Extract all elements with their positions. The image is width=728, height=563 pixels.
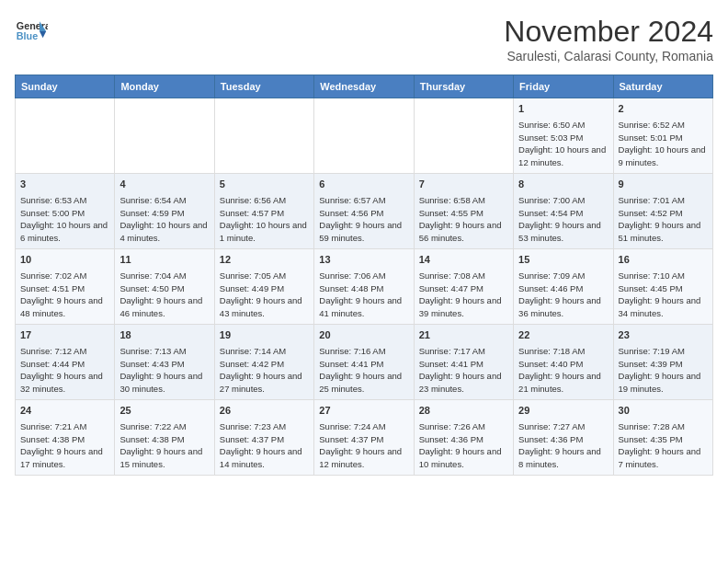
day-info: Daylight: 9 hours and 25 minutes.: [319, 370, 408, 396]
day-info: Sunset: 4:39 PM: [619, 358, 708, 371]
day-info: Sunrise: 7:06 AM: [319, 270, 408, 282]
calendar-week-row: 1Sunrise: 6:50 AMSunset: 5:03 PMDaylight…: [16, 98, 713, 174]
day-number: 23: [619, 328, 708, 343]
day-info: Sunset: 4:45 PM: [619, 282, 708, 295]
day-number: 17: [20, 328, 109, 343]
calendar-cell: 7Sunrise: 6:58 AMSunset: 4:55 PMDaylight…: [414, 174, 513, 249]
header-row: SundayMondayTuesdayWednesdayThursdayFrid…: [16, 75, 713, 98]
location-subtitle: Sarulesti, Calarasi County, Romania: [504, 49, 713, 63]
day-info: Sunrise: 6:52 AM: [619, 119, 708, 132]
day-info: Daylight: 9 hours and 56 minutes.: [419, 219, 508, 245]
day-number: 28: [419, 404, 508, 419]
calendar-cell: 23Sunrise: 7:19 AMSunset: 4:39 PMDayligh…: [613, 325, 712, 400]
day-number: 1: [518, 102, 608, 117]
calendar-body: 1Sunrise: 6:50 AMSunset: 5:03 PMDaylight…: [16, 98, 713, 476]
day-info: Daylight: 9 hours and 12 minutes.: [319, 445, 408, 471]
day-info: Sunrise: 7:09 AM: [518, 270, 608, 282]
day-info: Daylight: 9 hours and 7 minutes.: [619, 445, 708, 471]
calendar-cell: 30Sunrise: 7:28 AMSunset: 4:35 PMDayligh…: [613, 400, 712, 476]
day-info: Sunrise: 7:17 AM: [419, 345, 508, 358]
weekday-header-tuesday: Tuesday: [214, 75, 313, 98]
day-number: 15: [518, 253, 608, 268]
day-info: Sunrise: 7:22 AM: [119, 420, 209, 433]
day-info: Daylight: 9 hours and 39 minutes.: [419, 294, 508, 320]
svg-text:Blue: Blue: [17, 30, 38, 41]
calendar-cell: 18Sunrise: 7:13 AMSunset: 4:43 PMDayligh…: [115, 325, 214, 400]
day-info: Daylight: 9 hours and 30 minutes.: [119, 370, 209, 396]
weekday-header-saturday: Saturday: [613, 75, 712, 98]
day-info: Sunset: 4:52 PM: [619, 207, 708, 220]
calendar-cell: 21Sunrise: 7:17 AMSunset: 4:41 PMDayligh…: [414, 325, 513, 400]
calendar-cell: 15Sunrise: 7:09 AMSunset: 4:46 PMDayligh…: [514, 249, 613, 325]
day-info: Daylight: 9 hours and 41 minutes.: [319, 294, 408, 320]
day-number: 27: [319, 404, 408, 419]
calendar-week-row: 24Sunrise: 7:21 AMSunset: 4:38 PMDayligh…: [16, 400, 713, 476]
day-info: Sunset: 4:38 PM: [20, 433, 109, 446]
day-number: 13: [319, 253, 408, 268]
calendar-cell: 5Sunrise: 6:56 AMSunset: 4:57 PMDaylight…: [214, 174, 313, 249]
day-info: Daylight: 9 hours and 46 minutes.: [119, 294, 209, 320]
calendar-cell: 26Sunrise: 7:23 AMSunset: 4:37 PMDayligh…: [214, 400, 313, 476]
day-info: Daylight: 9 hours and 34 minutes.: [619, 294, 708, 320]
day-info: Daylight: 9 hours and 19 minutes.: [619, 370, 708, 396]
day-info: Sunset: 4:38 PM: [119, 433, 209, 446]
day-info: Sunrise: 6:50 AM: [518, 119, 608, 132]
calendar-cell: 29Sunrise: 7:27 AMSunset: 4:36 PMDayligh…: [514, 400, 613, 476]
day-number: 16: [619, 253, 708, 268]
day-info: Sunrise: 7:27 AM: [518, 420, 608, 433]
day-info: Daylight: 9 hours and 53 minutes.: [518, 219, 608, 245]
day-info: Sunrise: 7:16 AM: [319, 345, 408, 358]
calendar-cell: 2Sunrise: 6:52 AMSunset: 5:01 PMDaylight…: [613, 98, 712, 174]
day-number: 19: [220, 328, 309, 343]
day-info: Daylight: 9 hours and 43 minutes.: [220, 294, 309, 320]
day-info: Daylight: 10 hours and 6 minutes.: [20, 219, 109, 245]
day-info: Daylight: 10 hours and 9 minutes.: [619, 144, 708, 169]
day-info: Sunrise: 7:23 AM: [220, 420, 309, 433]
day-info: Sunrise: 7:21 AM: [20, 420, 109, 433]
day-number: 24: [20, 404, 109, 419]
day-info: Sunset: 4:35 PM: [619, 433, 708, 446]
calendar-header: SundayMondayTuesdayWednesdayThursdayFrid…: [16, 75, 713, 98]
day-info: Sunset: 4:43 PM: [119, 358, 209, 371]
day-info: Sunset: 4:59 PM: [119, 207, 209, 220]
day-info: Sunset: 4:49 PM: [220, 282, 309, 295]
day-info: Sunset: 4:44 PM: [20, 358, 109, 371]
day-info: Sunset: 4:36 PM: [419, 433, 508, 446]
calendar-cell: 9Sunrise: 7:01 AMSunset: 4:52 PMDaylight…: [613, 174, 712, 249]
day-info: Daylight: 9 hours and 51 minutes.: [619, 219, 708, 245]
svg-marker-3: [40, 31, 46, 38]
day-info: Daylight: 9 hours and 21 minutes.: [518, 370, 608, 396]
day-number: 3: [20, 178, 109, 192]
calendar-cell: 27Sunrise: 7:24 AMSunset: 4:37 PMDayligh…: [314, 400, 414, 476]
day-number: 18: [119, 328, 209, 343]
day-info: Sunrise: 6:58 AM: [419, 194, 508, 207]
weekday-header-sunday: Sunday: [16, 75, 115, 98]
day-number: 30: [619, 404, 708, 419]
calendar-week-row: 10Sunrise: 7:02 AMSunset: 4:51 PMDayligh…: [16, 249, 713, 325]
day-number: 22: [518, 328, 608, 343]
day-info: Sunset: 4:46 PM: [518, 282, 608, 295]
calendar-cell: 22Sunrise: 7:18 AMSunset: 4:40 PMDayligh…: [514, 325, 613, 400]
calendar-cell: 8Sunrise: 7:00 AMSunset: 4:54 PMDaylight…: [514, 174, 613, 249]
calendar-cell: 17Sunrise: 7:12 AMSunset: 4:44 PMDayligh…: [16, 325, 115, 400]
day-info: Daylight: 10 hours and 12 minutes.: [518, 144, 608, 169]
day-number: 5: [220, 178, 309, 192]
calendar-cell: 10Sunrise: 7:02 AMSunset: 4:51 PMDayligh…: [16, 249, 115, 325]
day-number: 9: [619, 178, 708, 192]
day-info: Sunrise: 7:24 AM: [319, 420, 408, 433]
day-info: Daylight: 9 hours and 15 minutes.: [119, 445, 209, 471]
day-number: 20: [319, 328, 408, 343]
day-info: Sunrise: 7:05 AM: [220, 270, 309, 282]
day-info: Sunset: 5:01 PM: [619, 132, 708, 144]
day-info: Sunrise: 7:02 AM: [20, 270, 109, 282]
day-info: Sunset: 4:57 PM: [220, 207, 309, 220]
day-info: Sunrise: 7:10 AM: [619, 270, 708, 282]
day-info: Sunrise: 6:54 AM: [119, 194, 209, 207]
day-info: Daylight: 9 hours and 17 minutes.: [20, 445, 109, 471]
calendar-cell: [214, 98, 313, 174]
calendar-cell: 6Sunrise: 6:57 AMSunset: 4:56 PMDaylight…: [314, 174, 414, 249]
day-info: Daylight: 9 hours and 48 minutes.: [20, 294, 109, 320]
day-info: Sunset: 4:36 PM: [518, 433, 608, 446]
day-number: 6: [319, 178, 408, 192]
day-info: Sunset: 5:00 PM: [20, 207, 109, 220]
